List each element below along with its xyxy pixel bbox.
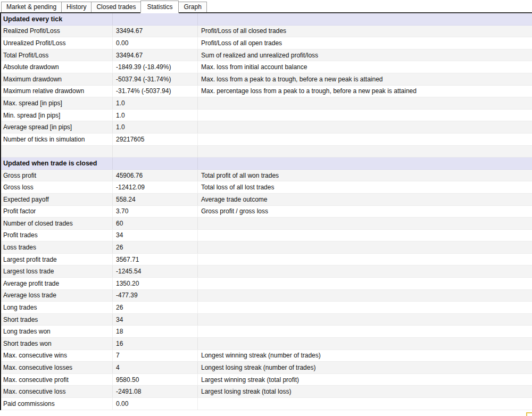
row-value: 34 bbox=[113, 314, 198, 326]
table-row: Min. spread [in pips]1.0 bbox=[1, 110, 532, 122]
row-description bbox=[198, 13, 532, 25]
row-label: Expected payoff bbox=[1, 194, 113, 205]
row-description bbox=[198, 265, 532, 277]
row-value: 3567.71 bbox=[113, 254, 198, 265]
row-label: Unrealized Profit/Loss bbox=[1, 37, 113, 49]
row-value: 26 bbox=[113, 242, 198, 253]
table-row: Average spread [in pips]1.0 bbox=[1, 121, 532, 134]
row-label: Max. consecutive loss bbox=[1, 386, 113, 397]
row-value bbox=[113, 146, 198, 157]
row-description bbox=[198, 121, 532, 133]
table-row: Long trades26 bbox=[1, 302, 532, 314]
row-label: Max. consecutive profit bbox=[1, 374, 113, 386]
row-label: Loss trades bbox=[1, 242, 113, 253]
row-label: Max. consecutive wins bbox=[1, 350, 113, 362]
row-value: -31.74% (-5037.94) bbox=[113, 86, 198, 97]
row-value: -477.39 bbox=[113, 290, 198, 302]
table-row: Unrealized Profit/Loss0.00Profit/Loss of… bbox=[1, 37, 532, 49]
table-row: Average profit trade1350.20 bbox=[1, 278, 532, 290]
row-label: Profit trades bbox=[1, 230, 113, 242]
row-value: -5037.94 (-31.74%) bbox=[113, 73, 198, 85]
table-row: Realized Profit/Loss33494.67Profit/Loss … bbox=[1, 26, 532, 38]
table-row: Absolute drawdown-1849.39 (-18.49%)Max. … bbox=[1, 61, 532, 73]
row-value bbox=[113, 157, 198, 169]
tab-graph[interactable]: Graph bbox=[178, 2, 206, 12]
row-label: Gross loss bbox=[1, 181, 113, 193]
row-description: Average trade outcome bbox=[198, 194, 532, 205]
row-value: 9580.50 bbox=[113, 374, 198, 386]
row-label: Maximum relative drawdown bbox=[1, 86, 113, 97]
row-label: Short trades bbox=[1, 314, 113, 326]
row-description bbox=[198, 254, 532, 265]
table-row: Long trades won18 bbox=[1, 326, 532, 338]
row-description: Max. loss from initial account balance bbox=[198, 61, 532, 73]
row-label: Absolute drawdown bbox=[1, 61, 113, 73]
row-value: 1.0 bbox=[113, 97, 198, 109]
table-row: Max. consecutive losses4Longest losing s… bbox=[1, 362, 532, 374]
row-label: Max. spread [in pips] bbox=[1, 97, 113, 109]
row-value: 0.00 bbox=[113, 37, 198, 49]
row-description: Profit/Loss of all open trades bbox=[198, 37, 532, 49]
row-description bbox=[198, 398, 532, 410]
table-row: Maximum relative drawdown-31.74% (-5037.… bbox=[1, 86, 532, 98]
row-description bbox=[198, 157, 532, 169]
row-label: Max. consecutive losses bbox=[1, 362, 113, 373]
row-label: Gross profit bbox=[1, 170, 113, 181]
row-description bbox=[198, 242, 532, 253]
tab-market-pending[interactable]: Market & pending bbox=[1, 2, 62, 12]
statistics-table: Updated every tickRealized Profit/Loss33… bbox=[0, 13, 532, 410]
table-row: Total Profit/Loss33494.67Sum of realized… bbox=[1, 49, 532, 62]
tab-statistics[interactable]: Statistics bbox=[140, 1, 179, 13]
row-description bbox=[198, 218, 532, 229]
section-title: Updated every tick bbox=[1, 13, 113, 25]
table-row: Short trades won16 bbox=[1, 338, 532, 350]
row-value: 45906.76 bbox=[113, 170, 198, 181]
row-label: Long trades won bbox=[1, 326, 113, 337]
row-description bbox=[198, 314, 532, 326]
row-description: Sum of realized and unrealized profit/lo… bbox=[198, 49, 532, 61]
row-label: Average profit trade bbox=[1, 278, 113, 289]
row-description bbox=[198, 97, 532, 109]
row-description bbox=[198, 146, 532, 157]
row-description bbox=[198, 230, 532, 242]
row-value: 60 bbox=[113, 218, 198, 229]
row-value: -12412.09 bbox=[113, 181, 198, 193]
table-row: Paid commissions0.00 bbox=[1, 398, 532, 410]
row-description bbox=[198, 110, 532, 121]
row-label: Average spread [in pips] bbox=[1, 121, 113, 133]
row-description: Largest losing streak (total loss) bbox=[198, 386, 532, 397]
row-value: -1245.54 bbox=[113, 265, 198, 277]
tab-bar: Market & pendingHistoryClosed tradesStat… bbox=[0, 0, 532, 13]
row-description: Longest winning streak (number of trades… bbox=[198, 350, 532, 362]
row-value: 26 bbox=[113, 302, 198, 313]
row-value: 3.70 bbox=[113, 206, 198, 218]
row-description bbox=[198, 278, 532, 289]
table-row: Profit trades34 bbox=[1, 230, 532, 242]
row-label: Largest profit trade bbox=[1, 254, 113, 265]
row-description: Max. percentage loss from a peak to a tr… bbox=[198, 86, 532, 97]
section-header-row: Updated every tick bbox=[1, 13, 532, 26]
row-value: 33494.67 bbox=[113, 26, 198, 37]
row-label: Average loss trade bbox=[1, 290, 113, 302]
table-row: Max. consecutive profit9580.50Largest wi… bbox=[1, 374, 532, 386]
row-value: 18 bbox=[113, 326, 198, 337]
table-row: Loss trades26 bbox=[1, 242, 532, 254]
row-description: Total profit of all won trades bbox=[198, 170, 532, 181]
tab-closed-trades[interactable]: Closed trades bbox=[91, 2, 141, 12]
table-row: Average loss trade-477.39 bbox=[1, 290, 532, 302]
table-row: Number of ticks in simulation29217605 bbox=[1, 134, 532, 146]
table-row: Max. consecutive loss-2491.08Largest los… bbox=[1, 386, 532, 398]
table-row: Largest profit trade3567.71 bbox=[1, 254, 532, 266]
row-description bbox=[198, 134, 532, 145]
row-value: 1.0 bbox=[113, 121, 198, 133]
row-value: 16 bbox=[113, 338, 198, 350]
table-row: Max. spread [in pips]1.0 bbox=[1, 97, 532, 110]
row-value: 33494.67 bbox=[113, 49, 198, 61]
row-description: Max. loss from a peak to a trough, befor… bbox=[198, 73, 532, 85]
row-value: -2491.08 bbox=[113, 386, 198, 397]
row-label: Paid commissions bbox=[1, 398, 113, 410]
tab-history[interactable]: History bbox=[61, 2, 92, 12]
row-description: Total loss of all lost trades bbox=[198, 181, 532, 193]
table-row: Number of closed trades60 bbox=[1, 218, 532, 230]
table-row: Gross loss-12412.09Total loss of all los… bbox=[1, 181, 532, 194]
